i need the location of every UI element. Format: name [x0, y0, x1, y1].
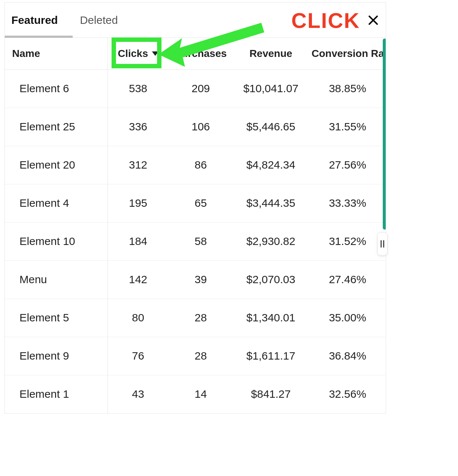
cell-clicks: 43 [108, 375, 168, 413]
cell-conversion: 36.84% [309, 337, 386, 375]
tab-featured[interactable]: Featured [11, 3, 58, 37]
annotation-click-label: CLICK [291, 8, 360, 32]
table-row[interactable]: Element 58028$1,340.0135.00% [5, 299, 386, 337]
cell-clicks: 142 [108, 260, 168, 299]
tab-deleted[interactable]: Deleted [80, 3, 118, 37]
col-header-clicks-label: Clicks [118, 48, 148, 60]
cell-purchases: 58 [168, 222, 233, 260]
col-header-revenue[interactable]: Revenue [233, 38, 309, 69]
table-row[interactable]: Menu14239$2,070.0327.46% [5, 260, 386, 299]
cell-revenue: $3,444.35 [233, 184, 309, 222]
cell-clicks: 195 [108, 184, 168, 222]
cell-name: Element 10 [5, 222, 108, 260]
cell-name: Element 1 [5, 375, 108, 413]
cell-clicks: 312 [108, 146, 168, 184]
table-row[interactable]: Element 1018458$2,930.8231.52% [5, 222, 386, 260]
table-row[interactable]: Element 97628$1,611.1736.84% [5, 337, 386, 375]
report-panel: Featured Deleted CLICK Name Clicks [4, 2, 386, 414]
cell-purchases: 28 [168, 337, 233, 375]
sort-desc-icon [152, 51, 159, 56]
cell-revenue: $841.27 [233, 375, 309, 413]
cell-conversion: 38.85% [309, 69, 386, 108]
cell-clicks: 184 [108, 222, 168, 260]
col-header-conversion[interactable]: Conversion Rate [309, 38, 386, 69]
scrollbar-thumb[interactable] [383, 39, 386, 230]
cell-revenue: $2,070.03 [233, 260, 309, 299]
col-header-purchases[interactable]: Purchases [168, 38, 233, 69]
cell-conversion: 27.56% [309, 146, 386, 184]
cell-clicks: 336 [108, 108, 168, 146]
cell-purchases: 65 [168, 184, 233, 222]
cell-revenue: $5,446.65 [233, 108, 309, 146]
cell-revenue: $4,824.34 [233, 146, 309, 184]
cell-revenue: $1,611.17 [233, 337, 309, 375]
cell-clicks: 538 [108, 69, 168, 108]
cell-conversion: 31.55% [309, 108, 386, 146]
cell-name: Menu [5, 260, 108, 299]
cell-name: Element 6 [5, 69, 108, 108]
cell-purchases: 39 [168, 260, 233, 299]
cell-conversion: 33.33% [309, 184, 386, 222]
cell-purchases: 106 [168, 108, 233, 146]
close-icon [367, 14, 379, 26]
cell-purchases: 14 [168, 375, 233, 413]
table-row[interactable]: Element 25336106$5,446.6531.55% [5, 108, 386, 146]
col-header-name[interactable]: Name [5, 38, 108, 69]
table-row[interactable]: Element 6538209$10,041.0738.85% [5, 69, 386, 108]
cell-revenue: $2,930.82 [233, 222, 309, 260]
cell-clicks: 80 [108, 299, 168, 337]
side-drag-handle[interactable] [377, 232, 388, 256]
table-header-row: Name Clicks Purchases Revenue Conversion… [5, 38, 386, 69]
cell-name: Element 25 [5, 108, 108, 146]
cell-revenue: $1,340.01 [233, 299, 309, 337]
table-row[interactable]: Element 2031286$4,824.3427.56% [5, 146, 386, 184]
cell-conversion: 27.46% [309, 260, 386, 299]
cell-name: Element 5 [5, 299, 108, 337]
data-table: Name Clicks Purchases Revenue Conversion… [5, 38, 386, 413]
cell-clicks: 76 [108, 337, 168, 375]
cell-name: Element 4 [5, 184, 108, 222]
cell-purchases: 209 [168, 69, 233, 108]
cell-conversion: 31.52% [309, 222, 386, 260]
close-button[interactable] [366, 13, 381, 28]
cell-conversion: 35.00% [309, 299, 386, 337]
cell-name: Element 9 [5, 337, 108, 375]
cell-purchases: 28 [168, 299, 233, 337]
cell-purchases: 86 [168, 146, 233, 184]
tabs-row: Featured Deleted CLICK [5, 3, 386, 38]
table-row[interactable]: Element 14314$841.2732.56% [5, 375, 386, 413]
table-row[interactable]: Element 419565$3,444.3533.33% [5, 184, 386, 222]
cell-name: Element 20 [5, 146, 108, 184]
cell-revenue: $10,041.07 [233, 69, 309, 108]
col-header-clicks[interactable]: Clicks [108, 38, 168, 69]
cell-conversion: 32.56% [309, 375, 386, 413]
